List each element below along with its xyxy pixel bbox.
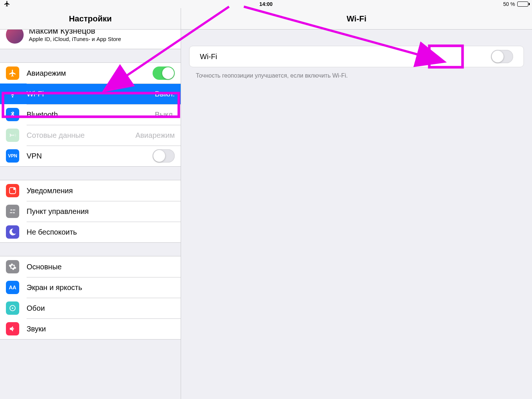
sidebar-item-label: Bluetooth [27, 110, 155, 119]
sidebar-item-label: Экран и яркость [27, 283, 175, 292]
detail-title: Wi-Fi [181, 8, 532, 30]
sidebar-item-detail: Выкл. [155, 110, 175, 119]
wifi-icon [6, 87, 19, 100]
controlcenter-icon [6, 205, 19, 218]
sidebar-item-wallpaper[interactable]: Обои [0, 298, 181, 318]
wallpaper-icon [6, 301, 19, 315]
sidebar-item-label: Уведомления [27, 187, 175, 195]
sidebar-item-label: Звуки [27, 325, 175, 333]
sidebar-item-label: Авиарежим [27, 69, 153, 78]
sidebar-group-connectivity: Авиарежим Wi-Fi Выкл. Bluetooth Выкл. [0, 62, 181, 167]
sidebar-item-cellular[interactable]: Сотовые данные Авиарежим [0, 125, 181, 146]
notifications-icon [6, 184, 19, 197]
sidebar-item-detail: Выкл. [155, 90, 175, 98]
status-bar: 14:00 50 % [0, 0, 532, 8]
avatar [6, 30, 24, 44]
sidebar-item-wifi[interactable]: Wi-Fi Выкл. [0, 83, 181, 104]
sounds-icon [6, 322, 19, 335]
wifi-toggle[interactable] [491, 50, 513, 63]
sidebar-item-display[interactable]: AA Экран и яркость [0, 277, 181, 298]
account-row[interactable]: Максим Кузнецов Apple ID, iCloud, iTunes… [0, 30, 181, 49]
sidebar-item-notifications[interactable]: Уведомления [0, 180, 181, 201]
airplane-icon [6, 66, 19, 80]
sidebar-item-label: Пункт управления [27, 207, 175, 216]
sidebar-item-vpn[interactable]: VPN VPN [0, 146, 181, 166]
svg-rect-3 [13, 209, 15, 210]
gear-icon [6, 260, 19, 273]
status-right: 50 % [503, 1, 528, 7]
svg-point-2 [11, 209, 12, 211]
vpn-icon: VPN [6, 149, 19, 163]
svg-point-4 [13, 212, 15, 214]
sidebar-group-notifications: Уведомления Пункт управления Не беспокои… [0, 180, 181, 243]
airplane-toggle[interactable] [153, 66, 175, 80]
sidebar-item-detail: Авиарежим [135, 131, 175, 140]
sidebar-item-label: Обои [27, 304, 175, 313]
sidebar-item-label: Основные [27, 263, 175, 271]
sidebar-item-controlcenter[interactable]: Пункт управления [0, 201, 181, 222]
sidebar-item-dnd[interactable]: Не беспокоить [0, 222, 181, 242]
display-icon: AA [6, 281, 19, 294]
status-time: 14:00 [259, 1, 273, 7]
svg-point-7 [12, 307, 13, 309]
sidebar-item-label: Не беспокоить [27, 228, 175, 236]
wifi-group: Wi-Fi [189, 46, 524, 67]
battery-icon [517, 1, 528, 7]
sidebar-item-label: Сотовые данные [27, 131, 135, 140]
cellular-icon [6, 129, 19, 142]
account-name: Максим Кузнецов [29, 30, 121, 35]
wifi-master-row[interactable]: Wi-Fi [190, 46, 524, 67]
svg-rect-5 [10, 212, 13, 213]
sidebar-item-label: Wi-Fi [27, 90, 155, 98]
sidebar-item-label: VPN [27, 152, 153, 160]
wifi-row-label: Wi-Fi [200, 52, 491, 61]
sidebar-group-general: Основные AA Экран и яркость Обои Зву [0, 256, 181, 340]
bluetooth-icon [6, 108, 19, 121]
sidebar-item-airplane[interactable]: Авиарежим [0, 63, 181, 83]
battery-percentage: 50 % [503, 1, 515, 7]
sidebar-title: Настройки [0, 8, 181, 30]
account-subtitle: Apple ID, iCloud, iTunes- и App Store [29, 35, 121, 43]
vpn-toggle[interactable] [153, 149, 175, 163]
status-left [4, 0, 10, 8]
sidebar-item-bluetooth[interactable]: Bluetooth Выкл. [0, 104, 181, 125]
wifi-hint: Точность геопозиции улучшается, если вкл… [196, 72, 524, 79]
sidebar-item-general[interactable]: Основные [0, 256, 181, 277]
svg-point-1 [13, 188, 16, 190]
airplane-mode-icon [4, 0, 10, 8]
moon-icon [6, 225, 19, 239]
sidebar-item-sounds[interactable]: Звуки [0, 318, 181, 339]
